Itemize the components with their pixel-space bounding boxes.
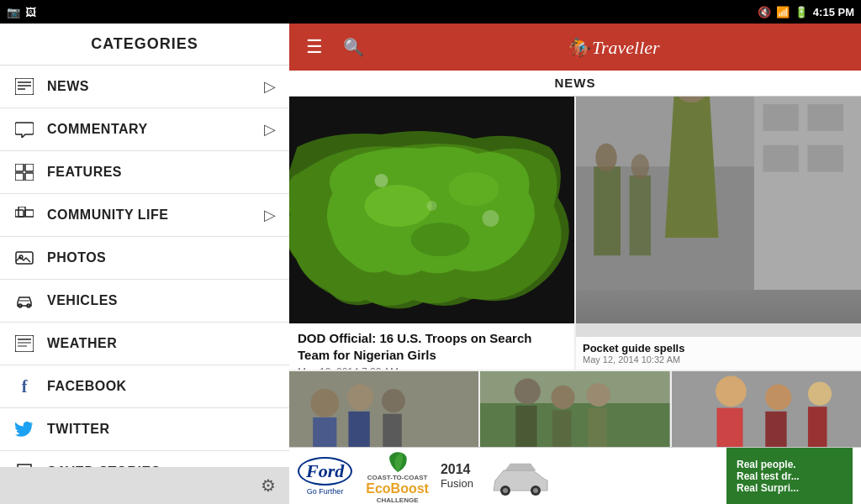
sidebar-items: NEWS ▷ COMMENTARY ▷ FEATURES bbox=[0, 66, 289, 467]
sidebar-item-facebook[interactable]: f FACEBOOK bbox=[0, 365, 289, 408]
article-main-date: May 13, 2014 7:22 AM bbox=[298, 366, 566, 370]
sidebar-item-photos[interactable]: PHOTOS bbox=[0, 237, 289, 280]
news-label: NEWS bbox=[47, 79, 264, 94]
challenge-text: CHALLENGE bbox=[377, 496, 419, 504]
community-label: COMMUNITY LIFE bbox=[47, 207, 264, 223]
svg-rect-40 bbox=[594, 166, 621, 255]
svg-point-29 bbox=[375, 174, 388, 187]
sidebar-title: CATEGORIES bbox=[91, 35, 198, 52]
svg-text:🏇: 🏇 bbox=[568, 36, 592, 59]
ford-logo: Ford bbox=[298, 457, 352, 486]
sidebar-item-saved-stories[interactable]: SAVED STORIES bbox=[0, 451, 289, 467]
svg-rect-37 bbox=[763, 145, 798, 172]
ad-right: Real people. Real test dr... Real Surpri… bbox=[726, 448, 853, 505]
logo: Traveller 🏇 bbox=[381, 30, 853, 64]
search-button[interactable]: 🔍 bbox=[335, 30, 372, 64]
article-small-2[interactable] bbox=[480, 371, 669, 447]
article-small-1[interactable] bbox=[289, 371, 478, 447]
article-main-title: DOD Official: 16 U.S. Troops on Search T… bbox=[298, 330, 566, 363]
logo-svg: Traveller 🏇 bbox=[567, 30, 668, 64]
facebook-icon: f bbox=[13, 377, 35, 396]
weather-label: WEATHER bbox=[47, 336, 276, 351]
article-side[interactable]: Pocket guide spells May 12, 2014 10:32 A… bbox=[576, 97, 861, 370]
eco-text: EcoBoost bbox=[366, 481, 429, 496]
sidebar-item-commentary[interactable]: COMMENTARY ▷ bbox=[0, 108, 289, 151]
svg-point-30 bbox=[483, 210, 499, 227]
wifi-icon: 📶 bbox=[776, 6, 790, 18]
mute-icon: 🔇 bbox=[758, 6, 771, 18]
commentary-label: COMMENTARY bbox=[47, 122, 264, 137]
svg-point-28 bbox=[411, 223, 470, 256]
photos-label: PHOTOS bbox=[47, 250, 276, 265]
sidebar: CATEGORIES NEWS ▷ COMMENTARY ▷ bbox=[0, 24, 289, 504]
svg-point-67 bbox=[503, 488, 508, 493]
news-bar: NEWS bbox=[289, 71, 861, 97]
article-side-caption: Pocket guide spells May 12, 2014 10:32 A… bbox=[576, 337, 861, 370]
svg-point-69 bbox=[533, 488, 538, 493]
svg-text:Traveller: Traveller bbox=[592, 37, 660, 58]
twitter-icon bbox=[13, 420, 35, 438]
status-bar-right: 🔇 📶 🔋 4:15 PM bbox=[758, 6, 854, 18]
community-arrow: ▷ bbox=[264, 206, 276, 224]
photos-icon bbox=[13, 249, 35, 267]
vehicles-label: VEHICLES bbox=[47, 293, 276, 308]
content-area: ☰ 🔍 Traveller 🏇 NEWS bbox=[289, 24, 861, 504]
svg-point-47 bbox=[347, 384, 373, 410]
svg-point-43 bbox=[631, 154, 649, 179]
svg-point-57 bbox=[587, 383, 610, 407]
sidebar-item-twitter[interactable]: TWITTER bbox=[0, 408, 289, 451]
article-small-3[interactable] bbox=[672, 371, 861, 447]
coast-text: COAST-TO-COAST bbox=[367, 474, 428, 481]
svg-point-60 bbox=[716, 376, 747, 407]
svg-rect-50 bbox=[383, 414, 402, 447]
status-bar: 📷 🖼 🔇 📶 🔋 4:15 PM bbox=[0, 0, 861, 24]
sidebar-item-weather[interactable]: WEATHER bbox=[0, 323, 289, 365]
svg-rect-35 bbox=[763, 104, 798, 131]
svg-rect-42 bbox=[630, 176, 651, 255]
svg-point-27 bbox=[449, 172, 499, 206]
sidebar-item-vehicles[interactable]: VEHICLES bbox=[0, 280, 289, 323]
ad-left: Ford Go Further COAST-TO-COAST EcoBoost … bbox=[298, 449, 554, 504]
sidebar-item-features[interactable]: FEATURES bbox=[0, 151, 289, 194]
status-bar-left: 📷 🖼 bbox=[7, 6, 36, 18]
features-label: FEATURES bbox=[47, 165, 276, 180]
news-arrow: ▷ bbox=[264, 77, 276, 96]
commentary-icon bbox=[13, 120, 35, 139]
car-icon bbox=[487, 455, 554, 497]
svg-rect-38 bbox=[807, 145, 843, 172]
svg-rect-54 bbox=[516, 406, 537, 447]
sidebar-item-news[interactable]: NEWS ▷ bbox=[0, 66, 289, 108]
svg-rect-65 bbox=[808, 407, 827, 447]
svg-rect-5 bbox=[25, 164, 34, 171]
article-main-image bbox=[289, 97, 574, 323]
commentary-arrow: ▷ bbox=[264, 120, 276, 139]
svg-rect-10 bbox=[25, 210, 34, 217]
model-area: 2014 Fusion bbox=[441, 462, 473, 490]
articles-row2 bbox=[289, 371, 861, 447]
ecoboost-area: COAST-TO-COAST EcoBoost CHALLENGE bbox=[366, 449, 429, 504]
sidebar-item-community[interactable]: COMMUNITY LIFE ▷ bbox=[0, 194, 289, 237]
ad-right-line3: Real Surpri... bbox=[737, 482, 843, 494]
article-side-image bbox=[576, 97, 861, 323]
notification-icon: 📷 bbox=[7, 6, 20, 18]
battery-icon: 🔋 bbox=[795, 6, 808, 18]
svg-rect-61 bbox=[716, 408, 742, 447]
svg-point-26 bbox=[365, 185, 432, 227]
settings-button[interactable]: ⚙ bbox=[261, 475, 276, 496]
svg-point-64 bbox=[808, 382, 832, 406]
article-side-title: Pocket guide spells bbox=[583, 342, 854, 354]
article-main[interactable]: DOD Official: 16 U.S. Troops on Search T… bbox=[289, 97, 574, 370]
article-main-info: DOD Official: 16 U.S. Troops on Search T… bbox=[289, 323, 574, 370]
main-container: CATEGORIES NEWS ▷ COMMENTARY ▷ bbox=[0, 24, 861, 504]
svg-rect-4 bbox=[15, 164, 24, 171]
ford-tagline: Go Further bbox=[307, 487, 344, 496]
ad-right-line2: Real test dr... bbox=[737, 470, 843, 482]
svg-rect-63 bbox=[765, 412, 786, 447]
menu-button[interactable]: ☰ bbox=[298, 29, 331, 65]
ad-banner: Ford Go Further COAST-TO-COAST EcoBoost … bbox=[289, 447, 861, 504]
svg-rect-6 bbox=[15, 173, 24, 181]
news-bar-label: NEWS bbox=[555, 76, 596, 90]
twitter-label: TWITTER bbox=[47, 422, 276, 437]
svg-point-45 bbox=[310, 389, 339, 417]
svg-rect-15 bbox=[15, 335, 34, 352]
